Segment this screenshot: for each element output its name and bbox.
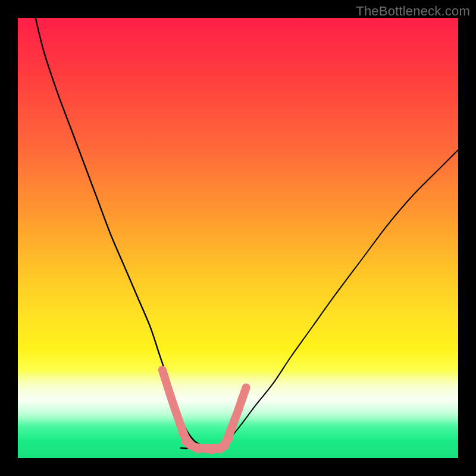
curve-right-branch [216,150,458,447]
marker-layer [162,370,246,450]
chart-panel [18,18,458,458]
curve-left-branch [36,18,208,447]
chart-svg [18,18,458,458]
threshold-marker [242,387,246,401]
watermark-text: TheBottleneck.com [356,4,470,19]
chart-stage: TheBottleneck.com [0,0,476,476]
